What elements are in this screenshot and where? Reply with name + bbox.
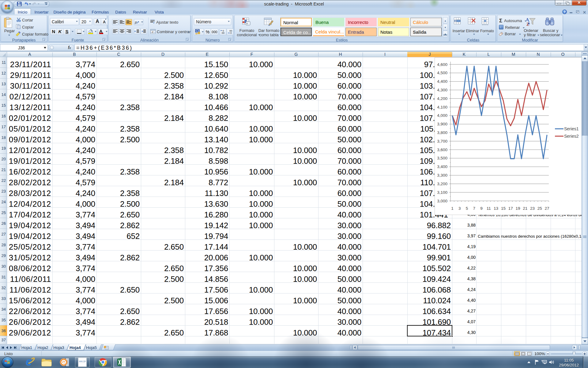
svg-text:23: 23 — [530, 206, 535, 211]
svg-text:17: 17 — [508, 206, 513, 211]
svg-text:4,500: 4,500 — [437, 71, 447, 75]
svg-text:25: 25 — [537, 206, 542, 211]
svg-text:3,200: 3,200 — [437, 182, 447, 186]
svg-text:3,100: 3,100 — [437, 190, 447, 195]
svg-text:9: 9 — [480, 206, 483, 211]
svg-text:19: 19 — [515, 206, 520, 211]
svg-text:13: 13 — [494, 206, 498, 211]
svg-text:5: 5 — [466, 206, 468, 211]
svg-text:3,800: 3,800 — [437, 130, 447, 135]
svg-text:4,200: 4,200 — [437, 96, 447, 101]
svg-text:4,100: 4,100 — [437, 105, 447, 109]
svg-text:3,300: 3,300 — [437, 173, 447, 178]
svg-text:ab: ab — [135, 20, 138, 24]
svg-text:3,700: 3,700 — [437, 139, 447, 144]
svg-text:4,000: 4,000 — [437, 113, 447, 118]
svg-text:1: 1 — [451, 206, 454, 211]
svg-text:3,600: 3,600 — [437, 148, 447, 152]
svg-text:7: 7 — [473, 206, 476, 211]
svg-text:≤: ≤ — [247, 22, 248, 25]
svg-text:0: 0 — [230, 32, 232, 34]
svg-text:00: 00 — [222, 32, 224, 34]
svg-text:4,600: 4,600 — [437, 62, 447, 67]
svg-text:3,400: 3,400 — [437, 164, 447, 169]
svg-text:Series2: Series2 — [564, 134, 579, 139]
svg-text:11: 11 — [487, 206, 491, 211]
svg-text:3,500: 3,500 — [437, 156, 447, 160]
svg-text:a: a — [152, 30, 153, 33]
svg-text:3,900: 3,900 — [437, 122, 447, 126]
svg-text:Series1: Series1 — [564, 126, 579, 131]
svg-text:15: 15 — [501, 206, 506, 211]
svg-text:4,300: 4,300 — [437, 88, 447, 92]
svg-text:21: 21 — [523, 206, 527, 211]
svg-text:3,000: 3,000 — [437, 199, 447, 203]
svg-text:4,400: 4,400 — [437, 79, 447, 84]
svg-text:3: 3 — [458, 206, 461, 211]
svg-text:27: 27 — [545, 206, 549, 211]
